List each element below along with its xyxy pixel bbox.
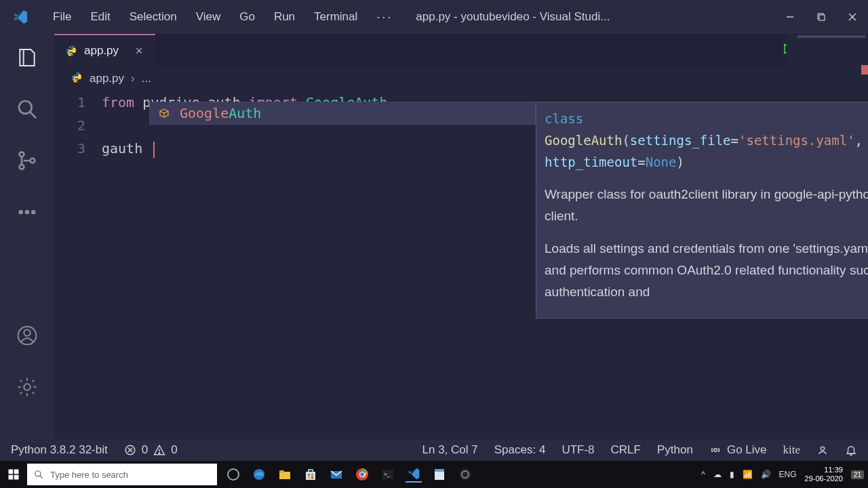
start-button[interactable] — [0, 468, 27, 481]
accounts-icon[interactable] — [16, 324, 39, 347]
svg-point-49 — [360, 472, 364, 476]
svg-point-16 — [69, 47, 71, 48]
activity-bar — [0, 34, 54, 439]
search-icon[interactable] — [16, 98, 39, 121]
title-bar: File Edit Selection View Go Run Terminal… — [0, 0, 868, 34]
search-placeholder: Type here to search — [50, 470, 128, 480]
svg-rect-42 — [308, 474, 310, 476]
obs-icon[interactable] — [457, 466, 473, 483]
settings-gear-icon[interactable] — [16, 375, 39, 399]
status-language[interactable]: Python — [657, 443, 693, 457]
svg-point-34 — [35, 471, 41, 476]
menu-bar: File Edit Selection View Go Run Terminal… — [43, 6, 402, 28]
svg-point-28 — [714, 449, 717, 452]
tab-filename: app.py — [84, 44, 119, 58]
svg-point-11 — [25, 210, 28, 214]
svg-point-14 — [24, 329, 30, 336]
svg-point-36 — [228, 469, 239, 480]
tray-chevron-up-icon[interactable]: ^ — [701, 470, 705, 479]
line-number: 2 — [75, 114, 102, 137]
windows-taskbar: Type here to search >_ ^ ☁ ▮ 📶 🔊 ENG 11:… — [0, 461, 868, 488]
editor-region: app.py × app.py › ... 1from pydrive.auth… — [54, 34, 868, 439]
tray-language[interactable]: ENG — [779, 470, 797, 479]
status-encoding[interactable]: UTF-8 — [561, 443, 594, 457]
maximize-button[interactable] — [806, 0, 837, 34]
svg-rect-44 — [308, 476, 310, 479]
menu-edit[interactable]: Edit — [81, 6, 119, 28]
menu-file[interactable]: File — [43, 6, 81, 28]
svg-point-12 — [32, 210, 35, 214]
file-explorer-icon[interactable] — [277, 466, 293, 483]
tab-close-icon[interactable]: × — [134, 45, 144, 56]
svg-rect-32 — [9, 475, 14, 480]
breadcrumb-rest: ... — [142, 72, 151, 85]
line-number: 3 — [75, 137, 102, 160]
minimize-button[interactable] — [774, 0, 806, 34]
doc-signature: class GoogleAuth(settings_file='settings… — [545, 108, 868, 173]
status-python[interactable]: Python 3.8.2 32-bit — [11, 443, 108, 457]
doc-widget: × class GoogleAuth(settings_file='settin… — [536, 102, 868, 319]
svg-text:>_: >_ — [384, 471, 391, 477]
menu-go[interactable]: Go — [230, 6, 264, 28]
menu-selection[interactable]: Selection — [120, 6, 186, 28]
mail-icon[interactable] — [328, 466, 344, 483]
menu-run[interactable]: Run — [264, 6, 304, 28]
vscode-logo-icon — [7, 9, 34, 25]
suggest-label: GoogleAuth — [180, 105, 261, 121]
store-icon[interactable] — [302, 466, 319, 483]
status-spaces[interactable]: Spaces: 4 — [494, 443, 546, 457]
menu-overflow[interactable]: ··· — [367, 6, 402, 28]
tab-app-py[interactable]: app.py × — [54, 34, 155, 66]
suggest-widget[interactable]: GoogleAuth — [149, 102, 536, 125]
svg-point-15 — [24, 384, 30, 390]
taskbar-clock[interactable]: 11:39 29-06-2020 — [805, 466, 843, 483]
line-number: 1 — [75, 91, 102, 114]
status-problems[interactable]: 0 0 — [124, 443, 178, 457]
edge-icon[interactable] — [251, 466, 267, 483]
menu-view[interactable]: View — [186, 6, 231, 28]
svg-rect-53 — [435, 469, 444, 472]
notepad-icon[interactable] — [431, 466, 448, 483]
svg-point-5 — [19, 101, 32, 114]
status-kite[interactable]: kite — [783, 443, 801, 457]
main-area: app.py × app.py › ... 1from pydrive.auth… — [0, 34, 868, 439]
menu-terminal[interactable]: Terminal — [304, 6, 367, 28]
breadcrumb-file: app.py — [90, 72, 124, 85]
doc-description-1: Wrapper class for oauth2client library i… — [545, 184, 868, 227]
breadcrumb[interactable]: app.py › ... — [54, 66, 868, 91]
status-bell-icon[interactable] — [845, 444, 857, 456]
status-golive[interactable]: Go Live — [709, 443, 767, 457]
svg-point-54 — [459, 468, 471, 481]
svg-rect-39 — [279, 470, 284, 473]
svg-line-35 — [40, 476, 43, 479]
action-center-icon[interactable]: 21 — [851, 470, 864, 479]
code-line[interactable]: gauth — [102, 137, 155, 160]
window-title: app.py - youtubevideo - Visual Studi... — [416, 10, 774, 24]
tray-battery-icon[interactable]: ▮ — [730, 470, 734, 479]
svg-point-29 — [821, 447, 824, 450]
svg-rect-45 — [311, 476, 313, 479]
status-eol[interactable]: CRLF — [611, 443, 641, 457]
tray-wifi-icon[interactable]: 📶 — [743, 470, 753, 479]
svg-rect-40 — [306, 472, 315, 480]
svg-rect-30 — [9, 470, 14, 474]
status-position[interactable]: Ln 3, Col 7 — [422, 443, 478, 457]
svg-point-10 — [19, 210, 22, 214]
tray-onedrive-icon[interactable]: ☁ — [713, 470, 722, 479]
explorer-icon[interactable] — [16, 46, 39, 69]
taskbar-search[interactable]: Type here to search — [27, 464, 217, 485]
close-button[interactable] — [837, 0, 868, 34]
tray-volume-icon[interactable]: 🔊 — [761, 470, 771, 479]
source-control-icon[interactable] — [16, 149, 39, 172]
chrome-icon[interactable] — [354, 466, 370, 483]
status-feedback-icon[interactable] — [816, 444, 829, 456]
terminal-icon[interactable]: >_ — [380, 466, 396, 483]
more-views-icon[interactable] — [16, 201, 39, 224]
cortana-icon[interactable] — [225, 466, 241, 483]
chevron-right-icon: › — [131, 72, 135, 85]
svg-point-8 — [20, 165, 24, 169]
vscode-taskbar-icon[interactable] — [406, 466, 422, 483]
taskbar-pinned: >_ — [225, 466, 473, 483]
suggest-item[interactable]: GoogleAuth — [150, 102, 535, 124]
python-file-icon — [71, 71, 83, 87]
